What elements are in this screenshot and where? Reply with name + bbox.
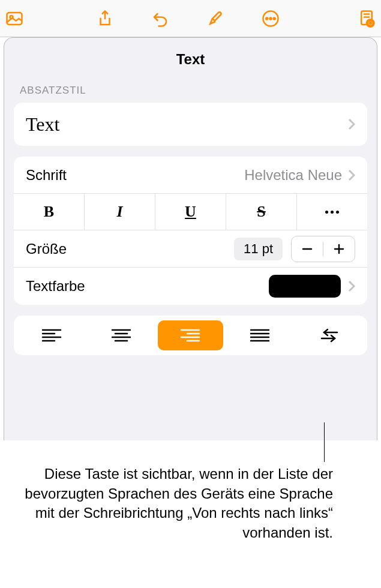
document-settings-button[interactable] [356, 8, 377, 29]
align-right-button[interactable] [158, 320, 224, 350]
align-center-button[interactable] [88, 320, 154, 350]
text-color-row[interactable]: Textfarbe [14, 268, 367, 305]
text-color-swatch[interactable] [269, 275, 341, 298]
ellipsis-icon [325, 211, 339, 214]
paragraph-style-label: ABSATZSTIL [4, 81, 377, 103]
font-label: Schrift [26, 167, 67, 184]
format-panel: Text ABSATZSTIL Text Schrift Helvetica N… [4, 37, 377, 440]
size-row: Größe 11 pt [14, 230, 367, 268]
size-label: Größe [26, 241, 67, 257]
italic-button[interactable]: I [85, 194, 155, 230]
font-value: Helvetica Neue [244, 167, 342, 184]
callout: Diese Taste ist sichtbar, wenn in der Li… [0, 452, 381, 543]
top-toolbar [0, 0, 381, 37]
text-color-label: Textfarbe [26, 278, 85, 295]
panel-title: Text [4, 46, 377, 81]
chevron-right-icon [348, 118, 355, 130]
text-format-row: B I U S [14, 194, 367, 230]
align-justify-button[interactable] [227, 320, 293, 350]
paragraph-style-card: Text [14, 103, 367, 146]
svg-point-4 [269, 17, 271, 19]
chevron-right-icon [348, 280, 355, 292]
undo-button[interactable] [149, 8, 171, 29]
share-button[interactable] [94, 8, 116, 29]
paragraph-style-row[interactable]: Text [14, 103, 367, 146]
text-direction-button[interactable] [296, 320, 362, 350]
size-stepper [291, 236, 355, 262]
paragraph-style-name: Text [26, 113, 59, 136]
size-value[interactable]: 11 pt [234, 238, 283, 260]
text-properties-card: Schrift Helvetica Neue B I U S Größe 11 … [14, 157, 367, 305]
bold-button[interactable]: B [14, 194, 85, 230]
svg-point-11 [370, 22, 371, 24]
align-left-button[interactable] [19, 320, 85, 350]
chevron-right-icon [348, 169, 355, 181]
more-format-button[interactable] [297, 194, 367, 230]
callout-text: Diese Taste ist sichtbar, wenn in der Li… [12, 452, 369, 543]
callout-leader-line [324, 422, 325, 462]
media-button[interactable] [4, 8, 25, 29]
format-brush-button[interactable] [205, 8, 226, 29]
svg-point-5 [273, 17, 275, 19]
more-button[interactable] [260, 8, 281, 29]
font-row[interactable]: Schrift Helvetica Neue [14, 157, 367, 194]
underline-button[interactable]: U [155, 194, 226, 230]
size-decrease-button[interactable] [292, 236, 323, 262]
alignment-bar [14, 316, 367, 355]
svg-point-3 [266, 17, 268, 19]
strikethrough-button[interactable]: S [226, 194, 297, 230]
size-increase-button[interactable] [323, 236, 355, 262]
